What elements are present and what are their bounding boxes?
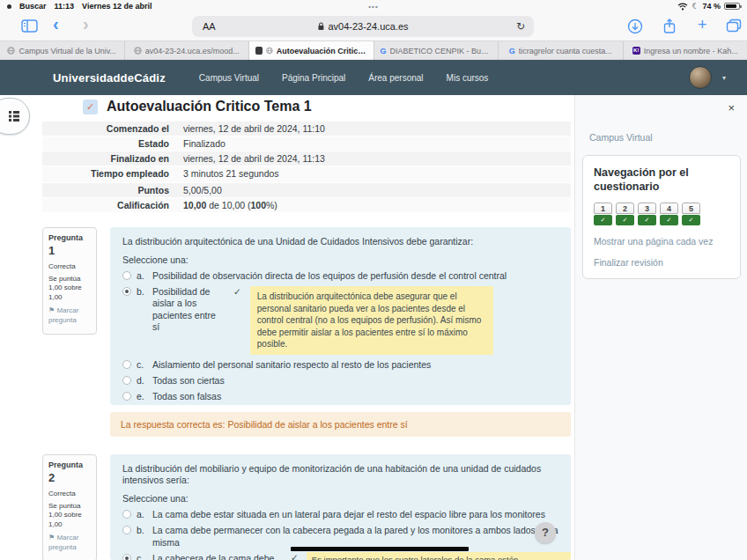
user-menu-caret-icon[interactable]: ▾ — [722, 74, 726, 82]
back-button[interactable]: ‹ — [53, 15, 59, 33]
reload-icon[interactable]: ↻ — [516, 20, 525, 33]
table-row: Comenzado el viernes, 12 de abril de 202… — [42, 122, 571, 136]
downloads-icon[interactable] — [627, 18, 643, 38]
radio-icon[interactable] — [122, 526, 131, 534]
check-icon: ✓ — [638, 215, 656, 225]
quiz-navigation-card: Navegación por el cuestionario 1✓ 2✓ 3✓ … — [582, 155, 741, 279]
moodle-navbar: UniversidaddeCádiz Campus Virtual Página… — [0, 60, 747, 95]
option-c-feedback: ✓ Es importante que los cuatro laterales… — [287, 552, 571, 560]
focus-moon-icon: ☾ — [692, 3, 699, 11]
radio-icon[interactable] — [122, 376, 131, 385]
check-icon: ✓ — [660, 215, 678, 225]
campus-virtual-link[interactable]: Campus Virtual — [589, 132, 653, 143]
forward-button[interactable]: › — [83, 15, 89, 33]
table-row: Finalizado en viernes, 12 de abril de 20… — [42, 151, 571, 166]
nav-campus-virtual[interactable]: Campus Virtual — [199, 73, 259, 83]
answer-prompt: Seleccione una: — [122, 254, 558, 265]
lock-icon — [317, 22, 324, 31]
show-one-page-link[interactable]: Mostrar una página cada vez — [594, 236, 729, 247]
kahoot-favicon: K! — [632, 47, 640, 55]
status-bar: Buscar 11:13 Viernes 12 de abril ••• ☾ 7… — [0, 0, 747, 12]
flag-question-link[interactable]: ⚑ Marcar pregunta — [48, 306, 91, 325]
question-nav-button-2[interactable]: 2✓ — [616, 203, 634, 225]
question-2-info: Pregunta 2 Correcta Se puntúa 1,00 sobre… — [42, 454, 97, 560]
tab-google-search-1[interactable]: G DIABETICO CENPIK - Bus... — [374, 41, 499, 60]
table-row: Estado Finalizado — [42, 136, 571, 151]
check-icon: ✓ — [682, 215, 700, 225]
radio-icon[interactable] — [122, 510, 131, 519]
attempt-summary-table: Comenzado el viernes, 12 de abril de 202… — [42, 122, 571, 213]
correct-check-icon: ✓ — [291, 552, 299, 560]
radio-selected-icon[interactable] — [122, 287, 131, 296]
new-tab-icon[interactable]: + — [698, 16, 707, 34]
address-bar[interactable]: AA av04-23-24.uca.es ↻ — [192, 16, 534, 37]
wifi-icon — [677, 3, 688, 11]
question-nav-button-1[interactable]: 1✓ — [594, 203, 612, 225]
tabs-overview-icon[interactable] — [726, 18, 742, 36]
option-a[interactable]: a. La cama debe estar situada en un late… — [122, 509, 558, 520]
radio-icon[interactable] — [122, 360, 131, 369]
tab-campus-virtual[interactable]: Campus Virtual de la Univ... — [0, 41, 125, 60]
flag-icon: ⚑ — [48, 534, 55, 542]
user-avatar[interactable] — [689, 66, 712, 89]
question-state: Correcta — [48, 262, 91, 271]
battery-icon — [724, 3, 740, 10]
multitasking-indicator[interactable]: ••• — [368, 3, 378, 11]
nav-area-personal[interactable]: Área personal — [368, 73, 423, 83]
tab-bar: Campus Virtual de la Univ... av04-23-24.… — [0, 41, 747, 60]
option-e[interactable]: e. Todas son falsas — [122, 391, 558, 402]
flag-question-link[interactable]: ⚑ Marcar pregunta — [48, 534, 91, 552]
page-title: Autoevaluación Critico Tema 1 — [107, 99, 312, 114]
page-content: ✓ Autoevaluación Critico Tema 1 Comenzad… — [0, 95, 747, 560]
nav-mis-cursos[interactable]: Mis cursos — [447, 73, 489, 83]
share-icon[interactable] — [662, 18, 677, 39]
text-size-button[interactable]: AA — [203, 21, 216, 32]
table-row: Calificación 10,00 de 10,00 (100%) — [42, 198, 571, 213]
question-nav-button-4[interactable]: 4✓ — [660, 203, 678, 225]
option-feedback: La distribución arquitectónica debe aseg… — [250, 286, 493, 355]
quiz-navigation-title: Navegación por el cuestionario — [594, 166, 729, 194]
blocks-drawer: × Campus Virtual Navegación por el cuest… — [574, 95, 747, 560]
question-nav-button-5[interactable]: 5✓ — [682, 203, 700, 225]
selection-bar — [291, 547, 469, 551]
nav-pagina-principal[interactable]: Página Principal — [282, 73, 345, 83]
grid-icon — [9, 111, 19, 122]
answer-prompt: Seleccione una: — [122, 493, 558, 504]
cursor-dot-icon — [7, 4, 11, 9]
question-points: Se puntúa 1,00 sobre 1,00 — [48, 275, 91, 302]
question-1-content: La distribución arquitectónica de una Un… — [110, 227, 571, 405]
option-b-selected[interactable]: b. Posibilidad de aislar a los pacientes… — [122, 286, 558, 355]
tab-kahoot[interactable]: K! Ingresa un nombre - Kah... — [624, 41, 747, 60]
globe-favicon — [134, 47, 142, 55]
radio-icon[interactable] — [122, 271, 131, 280]
status-time: 11:13 — [55, 2, 75, 11]
radio-selected-icon[interactable] — [122, 554, 131, 560]
option-a[interactable]: a. Posibilidad de observación directa de… — [122, 270, 558, 282]
finish-review-link[interactable]: Finalizar revisión — [594, 257, 729, 268]
option-b[interactable]: b. La cama debe permanecer con la cabece… — [122, 525, 558, 548]
question-nav-button-3[interactable]: 3✓ — [638, 203, 656, 225]
tab-uca-moodle[interactable]: av04-23-24.uca.es/mood... — [125, 41, 250, 60]
radio-icon[interactable] — [122, 392, 131, 401]
option-d[interactable]: d. Todas son ciertas — [122, 375, 558, 387]
uca-logo[interactable]: UniversidaddeCádiz — [53, 71, 166, 85]
question-2-content: La distribución del mobiliario y equipo … — [110, 454, 571, 560]
option-c[interactable]: c. Aislamiento del personal sanitario re… — [122, 359, 558, 371]
url-text: av04-23-24.uca.es — [328, 21, 408, 32]
close-icon[interactable]: × — [728, 102, 735, 114]
battery-percent: 74 % — [702, 2, 721, 11]
question-points: Se puntúa 1,00 sobre 1,00 — [48, 502, 91, 529]
sidebar-toggle-icon[interactable] — [21, 19, 38, 36]
safari-toolbar: ‹ › AA av04-23-24.uca.es ↻ + — [0, 12, 747, 41]
help-button[interactable]: ? — [535, 522, 556, 543]
tab-autoevaluacion-active[interactable]: Autoevaluación Critico Te... — [249, 41, 374, 60]
globe-favicon — [266, 47, 273, 55]
tab-google-search-2[interactable]: G ticragrelor cuanta cuesta... — [499, 41, 624, 60]
course-index-toggle[interactable] — [0, 98, 30, 135]
flag-icon: ⚑ — [48, 306, 55, 314]
quiz-icon: ✓ — [83, 99, 98, 114]
check-icon: ✓ — [594, 215, 612, 225]
close-tab-icon[interactable] — [255, 47, 263, 55]
globe-favicon — [7, 47, 15, 55]
question-1-info: Pregunta 1 Correcta Se puntúa 1,00 sobre… — [42, 227, 97, 335]
